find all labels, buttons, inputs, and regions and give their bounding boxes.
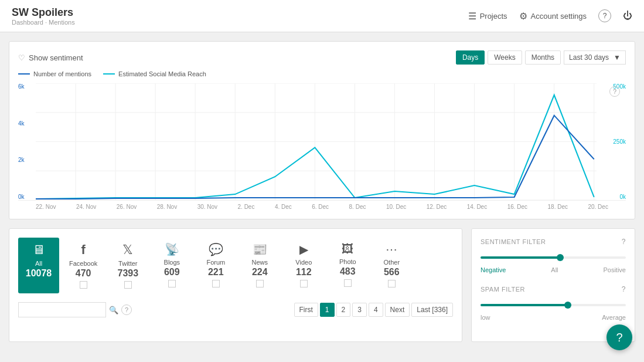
- account-settings-nav[interactable]: ⚙ Account settings: [519, 11, 587, 22]
- sentiment-slider-track: [481, 256, 626, 259]
- x-label-26nov: 26. Nov: [117, 204, 137, 210]
- spam-avg-label: Average: [602, 314, 626, 321]
- help-nav[interactable]: ?: [598, 9, 611, 22]
- source-all[interactable]: 🖥 All 10078: [18, 238, 59, 293]
- y-left-4k: 4k: [18, 120, 33, 127]
- x-label-30nov: 30. Nov: [197, 204, 217, 210]
- days-button[interactable]: Days: [456, 50, 485, 65]
- chart-panel: ♡ Show sentiment Days Weeks Months Last …: [9, 41, 635, 219]
- x-label-14dec: 14. Dec: [467, 204, 487, 210]
- x-label-10dec: 10. Dec: [386, 204, 406, 210]
- account-settings-label: Account settings: [531, 12, 587, 21]
- projects-nav[interactable]: ☰ Projects: [468, 11, 507, 22]
- source-photo[interactable]: 🖼 Photo 483: [327, 238, 368, 293]
- header: SW Spoilers Dashboard · Mentions ☰ Proje…: [0, 0, 644, 32]
- float-help-button[interactable]: ?: [606, 324, 632, 350]
- chart-svg-container: [36, 83, 597, 200]
- source-blogs-count: 609: [164, 267, 180, 278]
- legend-blue-line: [18, 73, 30, 75]
- spam-filter-help[interactable]: ?: [622, 285, 626, 293]
- sentiment-filter-title: SENTIMENT FILTER ?: [481, 238, 626, 246]
- sources-panel: 🖥 All 10078 f Facebook 470 𝕏 Twitter 739…: [9, 228, 462, 342]
- pagination-row: 🔍 ? First 1 2 3 4 Next Last [336]: [18, 302, 453, 317]
- header-left: SW Spoilers Dashboard · Mentions: [12, 6, 75, 26]
- source-forum-checkbox[interactable]: [212, 280, 220, 287]
- page-1-button[interactable]: 1: [320, 303, 335, 317]
- source-other-count: 566: [384, 267, 400, 278]
- spam-slider-thumb[interactable]: [564, 302, 571, 309]
- sentiment-negative-label: Negative: [481, 266, 506, 273]
- source-facebook[interactable]: f Facebook 470: [62, 238, 104, 293]
- source-news-checkbox[interactable]: [256, 280, 264, 287]
- power-icon: ⏻: [623, 11, 632, 21]
- power-nav[interactable]: ⏻: [623, 11, 632, 21]
- page-2-button[interactable]: 2: [336, 303, 351, 317]
- months-button[interactable]: Months: [525, 50, 561, 65]
- x-label-8dec: 8. Dec: [349, 204, 366, 210]
- source-other-checkbox[interactable]: [388, 280, 396, 287]
- source-news[interactable]: 📰 News 224: [239, 238, 280, 293]
- spam-slider[interactable]: [481, 299, 626, 311]
- x-label-4dec: 4. Dec: [275, 204, 292, 210]
- source-blogs-checkbox[interactable]: [168, 280, 176, 287]
- source-video[interactable]: ▶ Video 112: [283, 238, 324, 293]
- show-sentiment-toggle[interactable]: ♡ Show sentiment: [18, 53, 83, 62]
- spam-filter-section: SPAM FILTER ? low Average: [481, 285, 626, 321]
- search-icon[interactable]: 🔍: [109, 306, 118, 314]
- source-twitter[interactable]: 𝕏 Twitter 7393: [107, 238, 148, 293]
- dropdown-icon: ▼: [614, 53, 621, 62]
- chart-y-axis-right: 500k 250k 0k: [602, 83, 626, 200]
- next-page-button[interactable]: Next: [385, 303, 410, 317]
- source-video-label: Video: [295, 259, 312, 266]
- source-blogs[interactable]: 📡 Blogs 609: [151, 238, 192, 293]
- sentiment-slider-thumb[interactable]: [557, 254, 564, 261]
- sentiment-slider[interactable]: [481, 252, 626, 263]
- spam-filter-label: SPAM FILTER: [481, 286, 525, 293]
- twitter-icon: 𝕏: [122, 242, 133, 258]
- source-other[interactable]: ⋯ Other 566: [371, 238, 412, 293]
- sentiment-filter-section: SENTIMENT FILTER ? Negative All Positive: [481, 238, 626, 273]
- chart-wrapper: 6k 4k 2k 0k: [18, 83, 626, 210]
- sentiment-all-label: All: [551, 266, 558, 273]
- x-label-20dec: 20. Dec: [588, 204, 608, 210]
- source-twitter-checkbox[interactable]: [124, 281, 132, 289]
- source-facebook-count: 470: [76, 268, 91, 279]
- last-page-button[interactable]: Last [336]: [411, 303, 453, 317]
- source-facebook-checkbox[interactable]: [80, 281, 87, 289]
- monitor-icon: 🖥: [32, 242, 45, 258]
- date-range-dropdown[interactable]: Last 30 days ▼: [564, 50, 626, 65]
- sentiment-filter-help[interactable]: ?: [622, 238, 626, 246]
- projects-label: Projects: [480, 12, 507, 21]
- y-left-6k: 6k: [18, 83, 33, 90]
- legend-teal-line: [103, 73, 115, 75]
- y-left-0k: 0k: [18, 194, 33, 200]
- source-facebook-label: Facebook: [69, 260, 97, 267]
- first-page-button[interactable]: First: [294, 303, 318, 317]
- source-photo-checkbox[interactable]: [344, 279, 352, 287]
- source-photo-label: Photo: [339, 258, 356, 265]
- breadcrumb-dashboard[interactable]: Dashboard: [12, 19, 43, 26]
- page-3-button[interactable]: 3: [352, 303, 367, 317]
- source-news-count: 224: [252, 267, 268, 278]
- source-twitter-count: 7393: [118, 268, 139, 279]
- x-label-28nov: 28. Nov: [157, 204, 177, 210]
- weeks-button[interactable]: Weeks: [488, 50, 522, 65]
- search-input[interactable]: [18, 302, 106, 317]
- source-all-count: 10078: [26, 268, 52, 279]
- source-video-checkbox[interactable]: [300, 280, 308, 287]
- source-forum[interactable]: 💬 Forum 221: [195, 238, 236, 293]
- chart-legend: Number of mentions Estimated Social Medi…: [18, 70, 626, 77]
- spam-slider-labels: low Average: [481, 314, 626, 321]
- x-label-18dec: 18. Dec: [548, 204, 568, 210]
- chart-x-labels: 22. Nov 24. Nov 26. Nov 28. Nov 30. Nov …: [18, 204, 626, 210]
- bottom-row: 🖥 All 10078 f Facebook 470 𝕏 Twitter 739…: [9, 228, 635, 342]
- page-4-button[interactable]: 4: [369, 303, 383, 317]
- breadcrumb: Dashboard · Mentions: [12, 19, 75, 26]
- chart-help-icon[interactable]: ?: [609, 86, 620, 97]
- breadcrumb-mentions[interactable]: Mentions: [49, 19, 75, 26]
- other-icon: ⋯: [386, 242, 397, 256]
- x-label-22nov: 22. Nov: [36, 204, 56, 210]
- header-right: ☰ Projects ⚙ Account settings ? ⏻: [468, 9, 632, 22]
- pagination-help-icon[interactable]: ?: [121, 305, 132, 315]
- filters-panel: SENTIMENT FILTER ? Negative All Positive: [471, 228, 635, 342]
